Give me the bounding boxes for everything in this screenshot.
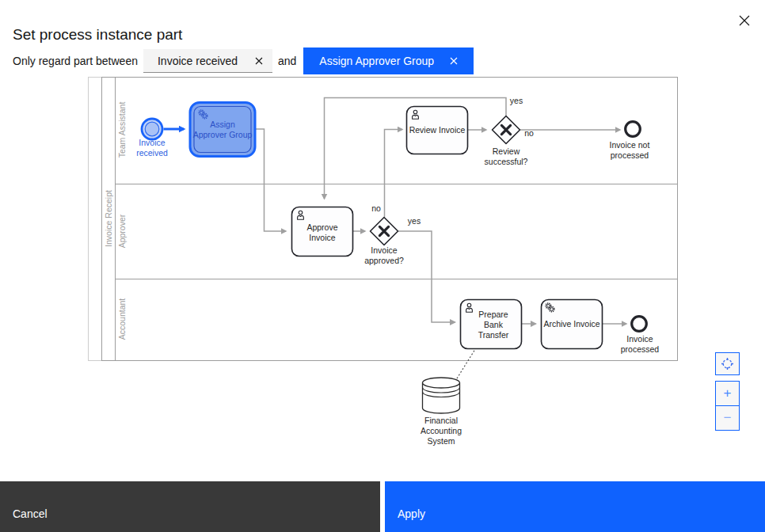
- minus-icon: −: [724, 410, 732, 426]
- start-node-tag[interactable]: Invoice received: [143, 49, 272, 73]
- close-icon: [450, 57, 458, 65]
- close-icon: [255, 57, 263, 65]
- remove-start-node-button[interactable]: [255, 57, 263, 65]
- node-task-archive-invoice[interactable]: Archive Invoice: [542, 300, 603, 349]
- node-datastore-financial-accounting-system[interactable]: Financial Accounting System: [421, 378, 462, 446]
- pool-label: Invoice Receipt: [104, 190, 113, 247]
- zoom-button-group: + −: [715, 381, 740, 431]
- node-task-review-invoice[interactable]: Review Invoice: [407, 107, 468, 154]
- zoom-out-button[interactable]: −: [716, 406, 739, 430]
- svg-text:Review Invoice: Review Invoice: [409, 125, 466, 135]
- zoom-in-button[interactable]: +: [716, 382, 739, 406]
- close-icon: [739, 15, 750, 26]
- lane-label-accountant: Accountant: [117, 298, 127, 340]
- svg-text:Invoice not: Invoice not: [610, 140, 650, 150]
- svg-text:Accounting: Accounting: [421, 426, 462, 435]
- close-button[interactable]: [736, 13, 752, 28]
- svg-text:Transfer: Transfer: [478, 330, 509, 340]
- edge-label-review-no: no: [524, 128, 534, 138]
- lane-label-team-assistant: Team Assistant: [117, 102, 127, 158]
- edge-label-approve-yes: yes: [408, 216, 421, 226]
- end-node-tag-label: Assign Approver Group: [319, 55, 434, 67]
- cancel-button[interactable]: Cancel: [0, 481, 380, 532]
- plus-icon: +: [724, 386, 732, 401]
- filter-prefix-label: Only regard part between: [13, 55, 138, 67]
- filter-row: Only regard part between Invoice receive…: [13, 47, 474, 75]
- svg-text:Financial: Financial: [424, 416, 458, 425]
- svg-text:Invoice: Invoice: [371, 245, 397, 255]
- svg-text:Review: Review: [493, 146, 520, 156]
- svg-text:received: received: [136, 148, 168, 158]
- svg-text:Invoice: Invoice: [626, 334, 653, 344]
- svg-text:processed: processed: [611, 150, 649, 160]
- apply-button[interactable]: Apply: [385, 481, 765, 532]
- svg-text:Prepare: Prepare: [478, 310, 508, 319]
- start-node-tag-label: Invoice received: [158, 55, 238, 67]
- svg-text:Approver Group: Approver Group: [193, 130, 253, 139]
- svg-text:Invoice: Invoice: [139, 138, 165, 147]
- svg-text:Archive Invoice: Archive Invoice: [543, 319, 599, 329]
- bpmn-diagram-canvas[interactable]: Invoice Receipt Team Assistant Approver …: [88, 77, 678, 447]
- node-task-prepare-bank-transfer[interactable]: Prepare Bank Transfer: [461, 300, 522, 349]
- reset-zoom-button[interactable]: [715, 352, 740, 375]
- svg-text:successful?: successful?: [485, 157, 528, 166]
- svg-text:System: System: [427, 436, 455, 446]
- page-title: Set process instance part: [13, 25, 182, 44]
- svg-text:processed: processed: [621, 344, 660, 354]
- modal-footer: Cancel Apply: [0, 481, 765, 532]
- filter-connector-label: and: [278, 55, 296, 67]
- svg-text:Invoice: Invoice: [309, 233, 335, 242]
- svg-text:Assign: Assign: [210, 120, 235, 129]
- remove-end-node-button[interactable]: [450, 57, 458, 65]
- edge-label-review-yes: yes: [510, 96, 523, 105]
- end-node-tag[interactable]: Assign Approver Group: [303, 48, 474, 74]
- svg-text:approved?: approved?: [364, 256, 404, 265]
- node-task-approve-invoice[interactable]: Approve Invoice: [292, 207, 353, 256]
- edge-label-approve-no: no: [371, 203, 381, 213]
- lane-label-approver: Approver: [117, 214, 127, 248]
- svg-text:Approve: Approve: [306, 222, 337, 232]
- crosshair-icon: [721, 357, 734, 370]
- svg-text:Bank: Bank: [484, 320, 504, 329]
